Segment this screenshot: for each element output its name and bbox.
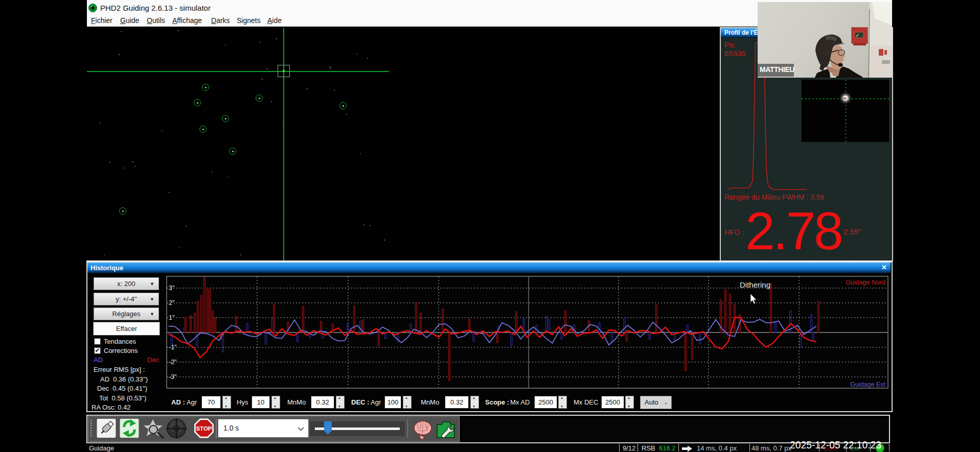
svg-text:Guidage Nord: Guidage Nord (846, 279, 885, 286)
svg-text:3": 3" (169, 284, 174, 292)
svg-text:STOP: STOP (196, 425, 212, 432)
svg-text:Guidage Est: Guidage Est (850, 381, 885, 388)
svg-text:-2": -2" (169, 359, 177, 366)
svg-text:-1": -1" (169, 344, 177, 351)
svg-text:2": 2" (169, 299, 174, 306)
svg-text:Dithering: Dithering (740, 280, 770, 289)
svg-text:-3": -3" (169, 373, 177, 380)
svg-text:1": 1" (169, 314, 174, 321)
